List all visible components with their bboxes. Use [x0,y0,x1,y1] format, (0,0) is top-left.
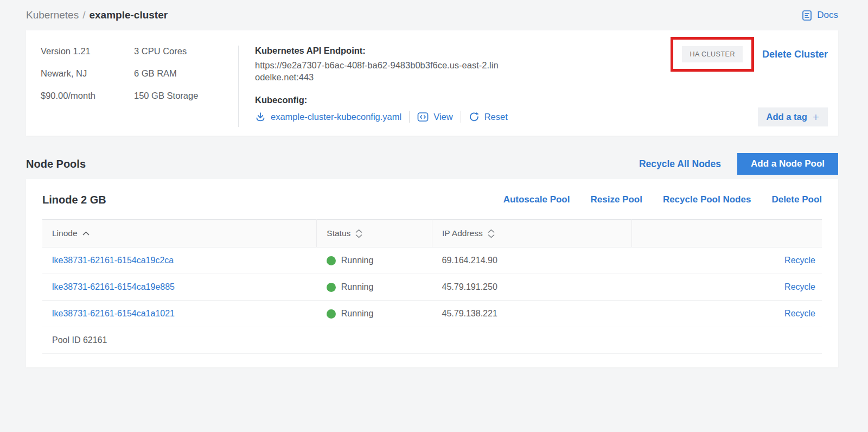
plus-icon: + [813,112,819,122]
pool-id-row: Pool ID 62161 [42,327,822,354]
kubeconfig-download-link[interactable]: example-cluster-kubeconfig.yaml [255,111,401,122]
breadcrumb-separator: / [82,9,85,21]
autoscale-pool-button[interactable]: Autoscale Pool [503,194,570,205]
pool-name: Linode 2 GB [42,194,106,206]
resize-pool-button[interactable]: Resize Pool [590,194,642,205]
breadcrumb-kubernetes[interactable]: Kubernetes [26,9,79,21]
api-endpoint-label: Kubernetes API Endpoint: [255,45,519,56]
summary-right-row: HA CLUSTER Delete Cluster [671,37,828,72]
column-header-status[interactable]: Status [317,220,432,247]
delete-pool-button[interactable]: Delete Pool [771,194,822,205]
kubeconfig-divider-1 [409,111,410,123]
node-row: lke38731-62161-6154ca19c2ca Running 69.1… [42,247,822,274]
sort-asc-icon [82,231,90,236]
status-label: Running [341,309,374,319]
pool-head: Linode 2 GB Autoscale Pool Resize Pool R… [42,192,822,208]
running-status-icon [327,283,336,292]
node-pools-title: Node Pools [26,158,86,170]
sort-both-icon [488,229,495,238]
node-link[interactable]: lke38731-62161-6154ca1a1021 [52,309,175,318]
code-view-icon [417,112,429,122]
cluster-version: Version 1.21 [41,45,134,58]
breadcrumb-cluster-name: example-cluster [89,9,168,21]
node-ip: 45.79.191.250 [432,274,631,301]
column-header-ip[interactable]: IP Address [432,220,631,247]
pool-id: Pool ID 62161 [42,327,822,354]
docs-label: Docs [817,10,838,21]
cluster-summary-card: Version 1.21 Newark, NJ $90.00/month 3 C… [26,30,838,136]
kubeconfig-row: example-cluster-kubeconfig.yaml View [255,111,519,123]
cluster-price: $90.00/month [41,89,134,102]
node-pools-header: Node Pools Recycle All Nodes Add a Node … [26,153,838,175]
reset-label: Reset [484,112,508,122]
summary-divider [238,46,239,127]
node-link[interactable]: lke38731-62161-6154ca19e885 [52,282,175,291]
cluster-storage: 150 GB Storage [134,89,233,102]
breadcrumb: Kubernetes / example-cluster [26,9,168,21]
node-pools-actions: Recycle All Nodes Add a Node Pool [639,153,838,175]
reset-icon [469,111,480,122]
node-row: lke38731-62161-6154ca1a1021 Running 45.7… [42,301,822,327]
api-endpoint-url: https://9e2a7307-b6ac-408f-ba62-9483b0b3… [255,60,500,83]
recycle-node-button[interactable]: Recycle [784,309,815,318]
status-label: Running [341,282,374,292]
node-link[interactable]: lke38731-62161-6154ca19c2ca [52,256,174,265]
node-status: Running [327,282,432,292]
nodes-table-header-row: Linode Status [42,220,822,247]
sort-both-icon [355,229,362,238]
cluster-specs-left: Version 1.21 Newark, NJ $90.00/month [41,45,134,136]
annotation-highlight-box: HA CLUSTER [671,37,754,72]
ha-cluster-badge: HA CLUSTER [682,46,743,62]
add-tag-label: Add a tag [767,112,807,122]
download-icon [255,111,266,122]
cluster-ram: 6 GB RAM [134,67,233,80]
kubeconfig-view-link[interactable]: View [417,112,452,122]
recycle-node-button[interactable]: Recycle [784,256,815,265]
pool-actions: Autoscale Pool Resize Pool Recycle Pool … [503,194,822,205]
status-column-label: Status [327,228,350,238]
kubeconfig-divider-2 [461,111,461,123]
recycle-node-button[interactable]: Recycle [784,282,815,291]
endpoint-block: Kubernetes API Endpoint: https://9e2a730… [255,45,519,136]
summary-right-block: HA CLUSTER Delete Cluster Add a tag + [671,37,828,136]
add-tag-button[interactable]: Add a tag + [758,107,828,126]
docs-link[interactable]: Docs [801,10,838,21]
top-bar: Kubernetes / example-cluster Docs [26,0,838,30]
page: Kubernetes / example-cluster Docs Versio… [0,0,868,367]
node-ip: 69.164.214.90 [432,247,631,274]
kubeconfig-filename: example-cluster-kubeconfig.yaml [271,112,401,122]
column-header-linode[interactable]: Linode [42,220,317,247]
cluster-specs-right: 3 CPU Cores 6 GB RAM 150 GB Storage [134,45,233,136]
recycle-all-nodes-button[interactable]: Recycle All Nodes [639,158,721,170]
nodes-table: Linode Status [42,219,822,354]
status-label: Running [341,256,374,265]
running-status-icon [327,256,336,265]
delete-cluster-button[interactable]: Delete Cluster [762,49,828,60]
docs-icon [801,10,813,21]
linode-column-label: Linode [52,228,78,238]
node-row: lke38731-62161-6154ca19e885 Running 45.7… [42,274,822,301]
kubeconfig-reset-link[interactable]: Reset [469,111,508,122]
node-status: Running [327,309,432,319]
view-label: View [433,112,452,122]
add-node-pool-button[interactable]: Add a Node Pool [737,153,838,175]
running-status-icon [327,309,336,319]
ip-column-label: IP Address [442,228,483,238]
node-ip: 45.79.138.221 [432,301,631,327]
column-header-actions [631,220,822,247]
node-status: Running [327,256,432,265]
cluster-cpu: 3 CPU Cores [134,45,233,58]
recycle-pool-nodes-button[interactable]: Recycle Pool Nodes [663,194,751,205]
cluster-region: Newark, NJ [41,67,134,80]
node-pool-card: Linode 2 GB Autoscale Pool Resize Pool R… [26,179,838,367]
kubeconfig-label: Kubeconfig: [255,94,519,106]
